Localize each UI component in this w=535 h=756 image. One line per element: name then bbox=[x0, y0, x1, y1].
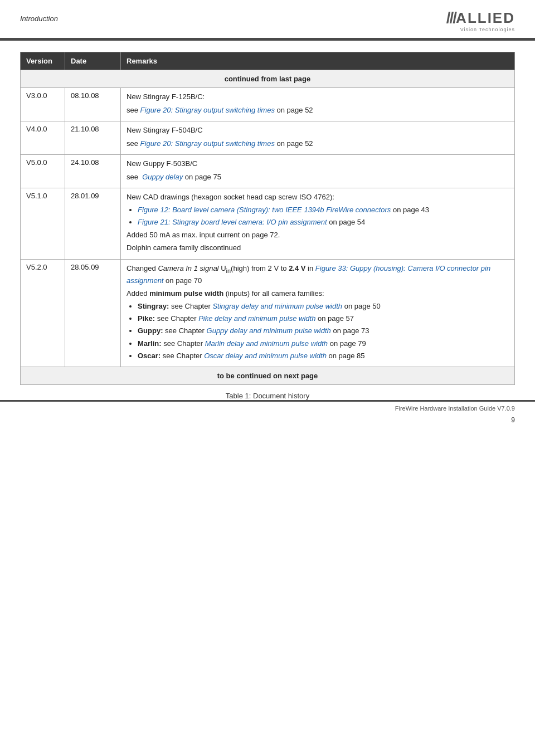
col-header-remarks: Remarks bbox=[121, 52, 515, 70]
remarks-v300: New Stingray F-125B/C: see Figure 20: St… bbox=[121, 88, 515, 121]
remarks-v500: New Guppy F-503B/C see Guppy delay on pa… bbox=[121, 155, 515, 188]
page-number: 9 bbox=[0, 416, 535, 430]
page-header: Introduction /// ALLIED Vision Technolog… bbox=[0, 0, 535, 32]
col-header-version: Version bbox=[21, 52, 65, 70]
continued-from-text: continued from last page bbox=[21, 70, 515, 88]
continued-from-row: continued from last page bbox=[21, 70, 515, 88]
date-v400: 21.10.08 bbox=[65, 121, 121, 155]
date-v510: 28.01.09 bbox=[65, 188, 121, 260]
col-header-date: Date bbox=[65, 52, 121, 70]
table-row: V5.1.0 28.01.09 New CAD drawings (hexago… bbox=[21, 188, 515, 260]
version-v300: V3.0.0 bbox=[21, 88, 65, 121]
version-v500: V5.0.0 bbox=[21, 155, 65, 188]
table-row: V4.0.0 21.10.08 New Stingray F-504B/C se… bbox=[21, 121, 515, 155]
version-v510: V5.1.0 bbox=[21, 188, 65, 260]
breadcrumb-text: Introduction bbox=[20, 14, 58, 23]
logo: /// ALLIED Vision Technologies bbox=[446, 10, 515, 32]
logo-name: ALLIED bbox=[456, 11, 515, 25]
table-row: V3.0.0 08.10.08 New Stingray F-125B/C: s… bbox=[21, 88, 515, 121]
table-row: V5.2.0 28.05.09 Changed Camera In 1 sign… bbox=[21, 259, 515, 367]
footer-content: FireWire Hardware Installation Guide V7.… bbox=[0, 405, 535, 416]
continued-to-row: to be continued on next page bbox=[21, 367, 515, 384]
table-header-row: Version Date Remarks bbox=[21, 52, 515, 70]
table-caption: Table 1: Document history bbox=[20, 392, 515, 400]
page-footer: FireWire Hardware Installation Guide V7.… bbox=[0, 400, 535, 430]
footer-divider bbox=[0, 400, 535, 402]
date-v300: 08.10.08 bbox=[65, 88, 121, 121]
date-v500: 24.10.08 bbox=[65, 155, 121, 188]
version-v520: V5.2.0 bbox=[21, 259, 65, 367]
remarks-v400: New Stingray F-504B/C see Figure 20: Sti… bbox=[121, 121, 515, 155]
logo-sub: Vision Technologies bbox=[460, 27, 515, 32]
header-divider bbox=[0, 38, 535, 41]
breadcrumb: Introduction bbox=[20, 10, 58, 23]
content-area: Version Date Remarks continued from last… bbox=[0, 52, 535, 400]
logo-slashes: /// bbox=[446, 10, 456, 26]
remarks-v510: New CAD drawings (hexagon socket head ca… bbox=[121, 188, 515, 260]
footer-text: FireWire Hardware Installation Guide V7.… bbox=[395, 405, 515, 412]
document-history-table: Version Date Remarks continued from last… bbox=[20, 52, 515, 385]
table-row: V5.0.0 24.10.08 New Guppy F-503B/C see G… bbox=[21, 155, 515, 188]
remarks-v520: Changed Camera In 1 signal Uin(high) fro… bbox=[121, 259, 515, 367]
date-v520: 28.05.09 bbox=[65, 259, 121, 367]
continued-to-text: to be continued on next page bbox=[21, 367, 515, 384]
version-v400: V4.0.0 bbox=[21, 121, 65, 155]
